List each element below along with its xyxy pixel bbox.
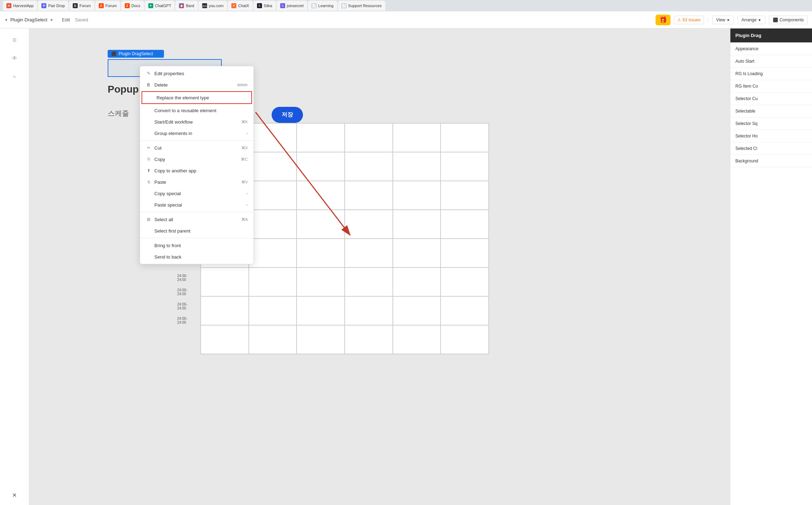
menu-item-copy-another-app[interactable]: ⬆ Copy to another app	[140, 165, 253, 176]
right-panel-item-rg-loading[interactable]: RG Is Loading	[730, 68, 812, 80]
menu-item-paste-special[interactable]: Paste special ›	[140, 199, 253, 210]
time-label-1: 24:00-24:00	[177, 271, 187, 285]
right-panel-item-appearance[interactable]: Appearance	[730, 43, 812, 55]
menu-item-paste[interactable]: ⎗ Paste ⌘V	[140, 176, 253, 188]
tab-support[interactable]: 📄 Support Resources	[338, 1, 385, 11]
send-back-icon	[146, 254, 151, 260]
menu-item-edit-properties[interactable]: ✎ Edit properties	[140, 68, 253, 79]
grid-cell	[345, 181, 393, 210]
tab-forum-zapier[interactable]: Z Forum	[95, 1, 120, 11]
grid-cell	[345, 210, 393, 239]
canvas-area[interactable]: ⬛ Plugin DragSelect 👤 {pp} Popup 스케줄 저장	[29, 28, 730, 505]
menu-item-copy-left: ⎘ Copy	[146, 156, 165, 162]
menu-item-select-parent-left: Select first parent	[146, 228, 190, 234]
tab-chatgpt[interactable]: ✦ ChatGPT	[145, 1, 175, 11]
tab-learning[interactable]: 📄 Learning	[308, 1, 337, 11]
selectable-label: Selectable	[735, 109, 755, 114]
tab-chatgpt-label: ChatGPT	[155, 4, 171, 8]
grid-cell	[201, 267, 249, 296]
components-button[interactable]: ⬛ Components	[769, 16, 808, 24]
grid-cell	[249, 267, 297, 296]
right-panel-item-background[interactable]: Background	[730, 155, 812, 167]
tab-silka[interactable]: S Silka	[253, 1, 276, 11]
issues-button[interactable]: ⚠ 63 issues	[674, 16, 704, 24]
app-name-label: Plugin DragSelect	[10, 17, 47, 22]
right-panel-title: Plugin Drag	[730, 28, 812, 43]
app-header: ▼ Plugin DragSelect ▼ Edit Saved 🎁 ⚠ 63 …	[0, 11, 812, 28]
menu-item-group-label: Group elements in	[154, 131, 192, 136]
menu-item-delete-left: 🗑 Delete	[146, 82, 168, 88]
menu-item-replace-type[interactable]: Replace the element type	[142, 91, 252, 104]
harvest-favicon: H	[6, 3, 11, 8]
tab-bard[interactable]: ◆ Bard	[175, 1, 197, 11]
view-chevron: ▼	[726, 18, 730, 22]
tab-pairdrop-label: Pair Drop	[48, 4, 65, 8]
menu-item-select-all[interactable]: ⊞ Select all ⌘A	[140, 214, 253, 225]
right-panel-item-selector-ho[interactable]: Selector Ho	[730, 130, 812, 142]
menu-item-workflow[interactable]: Start/Edit workflow ⌘K	[140, 116, 253, 127]
menu-item-delete[interactable]: 🗑 Delete delete	[140, 79, 253, 90]
paste-icon: ⎗	[146, 179, 151, 185]
tab-forum-zapier-label: Forum	[106, 4, 117, 8]
menu-item-bring-front[interactable]: Bring to front	[140, 240, 253, 251]
menu-item-convert-reusable[interactable]: Convert to a reusable element	[140, 105, 253, 116]
right-panel-item-selector-sq[interactable]: Selector Sq	[730, 118, 812, 130]
menu-item-copy-another-label: Copy to another app	[154, 168, 196, 173]
issues-label: 63 issues	[683, 17, 701, 22]
group-icon	[146, 130, 151, 136]
pairdrop-favicon: P	[41, 3, 46, 8]
view-button[interactable]: View ▼	[712, 16, 734, 24]
tab-chatx[interactable]: ✕ ChatX	[228, 1, 253, 11]
tab-joinsecret[interactable]: S joinsecret	[277, 1, 307, 11]
tab-harvest[interactable]: H HarvestApp	[3, 1, 37, 11]
gift-button[interactable]: 🎁	[656, 15, 670, 25]
tab-pairdrop[interactable]: P Pair Drop	[38, 1, 68, 11]
right-panel-item-rg-item[interactable]: RG Item Co	[730, 80, 812, 93]
arrange-button[interactable]: Arrange ▼	[738, 16, 765, 24]
bangle-favicon: b	[73, 3, 78, 8]
grid-cell	[345, 123, 393, 152]
menu-divider-3	[140, 238, 253, 238]
menu-item-copy[interactable]: ⎘ Copy ⌘C	[140, 153, 253, 165]
tab-bard-label: Bard	[186, 4, 194, 8]
tab-docs[interactable]: Z Docs	[121, 1, 144, 11]
tab-forum-bangle[interactable]: b Forum	[69, 1, 94, 11]
grid-cell	[345, 325, 393, 354]
tab-harvest-label: HarvestApp	[13, 4, 34, 8]
share-icon: 👤	[155, 51, 160, 56]
gift-icon: 🎁	[659, 16, 667, 24]
grid-cell	[345, 267, 393, 296]
korean-text: 스케줄	[108, 109, 129, 118]
save-button-canvas[interactable]: 저장	[272, 107, 303, 123]
right-panel-item-selected-cl[interactable]: Selected Cl	[730, 142, 812, 155]
menu-item-group[interactable]: Group elements in ›	[140, 127, 253, 139]
main-layout: ≡ 👁 ≈ ✕ ⬛ Plugin DragSelect 👤 {pp} Popup…	[0, 28, 812, 505]
menu-delete-shortcut: delete	[237, 83, 248, 87]
sidebar-icon-2[interactable]: 👁	[9, 53, 20, 64]
right-panel-item-selectable[interactable]: Selectable	[730, 105, 812, 118]
menu-item-paste-label: Paste	[154, 179, 166, 185]
sidebar-icon-3[interactable]: ≈	[9, 71, 20, 83]
paste-special-arrow-icon: ›	[246, 203, 248, 207]
app-dropdown-button[interactable]: ▼ Plugin DragSelect ▼	[4, 17, 53, 22]
menu-item-select-first-parent[interactable]: Select first parent	[140, 225, 253, 236]
menu-item-bring-front-left: Bring to front	[146, 243, 181, 248]
tab-support-label: Support Resources	[348, 4, 382, 8]
menu-divider-2	[140, 212, 253, 212]
tab-youcom[interactable]: you you.com	[199, 1, 227, 11]
right-panel-item-auto-start[interactable]: Auto Start	[730, 55, 812, 68]
korean-label: 스케줄	[108, 109, 129, 117]
sidebar-icon-1[interactable]: ≡	[9, 34, 20, 46]
menu-item-copy-special[interactable]: Copy special ›	[140, 188, 253, 199]
menu-item-copy-special-left: Copy special	[146, 191, 181, 196]
menu-item-convert-left: Convert to a reusable element	[146, 108, 216, 113]
plugin-element-label: ⬛ Plugin DragSelect 👤	[108, 50, 164, 58]
support-favicon: 📄	[341, 3, 346, 8]
bring-front-icon	[146, 243, 151, 248]
menu-item-cut[interactable]: ✂ Cut ⌘X	[140, 142, 253, 153]
right-panel-item-selector-cu[interactable]: Selector Cu	[730, 93, 812, 105]
grid-cell	[297, 210, 345, 239]
time-label-4: 24:00-24:00	[177, 313, 187, 328]
menu-item-send-back[interactable]: Send to back	[140, 251, 253, 262]
sidebar-close-button[interactable]: ✕	[10, 491, 19, 499]
